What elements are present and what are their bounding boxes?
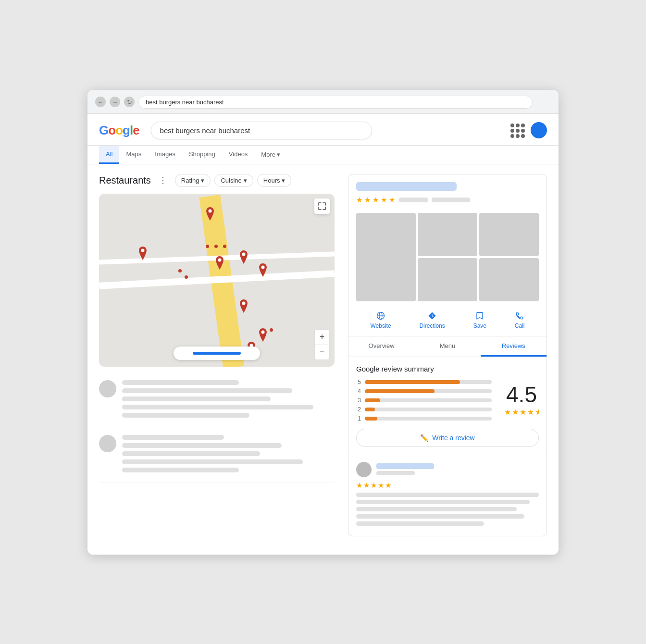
map-dot-1 — [206, 245, 209, 248]
back-button[interactable]: ← — [95, 97, 106, 107]
place-tabs: Overview Menu Reviews — [348, 336, 547, 357]
map-pin-6[interactable] — [238, 299, 249, 313]
star-1: ★ — [356, 196, 362, 204]
logo-letter-e: e — [133, 123, 139, 137]
skeleton-line — [122, 396, 271, 401]
apps-dot — [516, 124, 520, 127]
tab-shopping[interactable]: Shopping — [182, 146, 222, 164]
more-options-button[interactable]: ⋮ — [156, 174, 170, 186]
tab-videos[interactable]: Videos — [222, 146, 255, 164]
skeleton-line — [122, 459, 303, 464]
svg-point-4 — [261, 265, 265, 269]
bar-track-4 — [365, 389, 492, 393]
tab-menu[interactable]: Menu — [414, 336, 480, 357]
place-title-skeleton — [356, 182, 457, 191]
google-header: Google — [87, 114, 559, 146]
bar-fill-5 — [365, 380, 460, 384]
photo-large[interactable] — [356, 213, 416, 301]
place-stars: ★ ★ ★ ★ ★ — [356, 196, 539, 204]
restaurants-title: Restaurants — [99, 175, 151, 186]
map-pin-5[interactable] — [258, 263, 268, 277]
big-star-3: ★ — [520, 408, 526, 417]
browser-controls: ← → ↻ — [95, 96, 551, 109]
skeleton-line — [122, 451, 260, 456]
review-user-section: ★ ★ ★ ★ ★ — [348, 455, 547, 536]
place-header: ★ ★ ★ ★ ★ — [348, 174, 547, 213]
browser-content: Google All Maps — [87, 114, 559, 555]
photo-small-3[interactable] — [479, 258, 539, 301]
bar-track-1 — [365, 417, 492, 421]
map-pin-1[interactable] — [205, 207, 215, 221]
map-expand-button[interactable] — [314, 198, 330, 214]
map-pin-3[interactable] — [214, 256, 225, 270]
website-button[interactable]: Website — [370, 311, 391, 329]
browser-chrome: ← → ↻ — [87, 90, 559, 114]
list-item-avatar — [99, 380, 116, 397]
forward-button[interactable]: → — [110, 97, 120, 107]
apps-dot — [521, 129, 525, 133]
map-dot-5 — [185, 275, 188, 279]
zoom-out-button[interactable]: − — [314, 345, 330, 360]
photo-small-1[interactable] — [479, 213, 539, 256]
tab-all[interactable]: All — [99, 146, 119, 164]
apps-icon[interactable] — [510, 124, 524, 137]
write-review-label: Write a review — [432, 434, 474, 442]
browser-url-bar[interactable] — [138, 96, 533, 109]
skeleton-line — [122, 443, 282, 448]
chevron-down-icon: ▾ — [282, 177, 285, 184]
directions-button[interactable]: Directions — [419, 311, 445, 329]
map-pin-2[interactable] — [137, 247, 148, 260]
photo-grid — [356, 213, 539, 306]
tab-images[interactable]: Images — [148, 146, 182, 164]
tab-more[interactable]: More ▾ — [254, 146, 287, 163]
hours-filter[interactable]: Hours ▾ — [257, 174, 292, 187]
search-input[interactable] — [151, 122, 372, 139]
bar-fill-2 — [365, 408, 375, 411]
map-dot-6 — [270, 328, 273, 332]
apps-dot — [516, 129, 520, 133]
big-star-4: ★ — [527, 408, 534, 417]
apps-dot — [521, 134, 525, 138]
photo-mid[interactable] — [418, 213, 477, 256]
cuisine-filter[interactable]: Cuisine ▾ — [214, 174, 253, 187]
svg-point-6 — [261, 330, 265, 334]
bar-track-5 — [365, 380, 492, 384]
avatar[interactable] — [531, 122, 547, 138]
big-rating: 4.5 ★ ★ ★ ★ ★ — [504, 384, 539, 417]
map-pin-4[interactable] — [238, 250, 249, 264]
review-star-3: ★ — [371, 481, 377, 490]
photo-small-2[interactable] — [418, 258, 477, 301]
expand-icon — [318, 202, 326, 210]
save-button[interactable]: Save — [473, 311, 486, 329]
list-item[interactable] — [99, 428, 335, 483]
map-pin-7[interactable] — [258, 328, 268, 342]
browser-window: ← → ↻ Google — [87, 90, 559, 555]
zoom-in-button[interactable]: + — [314, 329, 330, 345]
save-label: Save — [473, 322, 486, 329]
skeleton-line — [122, 380, 239, 385]
call-button[interactable]: Call — [515, 311, 525, 329]
apps-dot — [510, 134, 514, 138]
tab-maps[interactable]: Maps — [119, 146, 148, 164]
bar-fill-1 — [365, 417, 377, 421]
pencil-icon: ✏️ — [420, 434, 428, 442]
map-dot-3 — [223, 245, 226, 248]
filter-buttons: Rating ▾ Cuisine ▾ Hours ▾ — [175, 174, 292, 187]
tab-reviews[interactable]: Reviews — [481, 336, 547, 357]
map-container[interactable]: + − — [99, 194, 335, 367]
write-review-button[interactable]: ✏️ Write a review — [356, 429, 539, 447]
skeleton-line — [122, 388, 292, 393]
rating-info-skeleton — [432, 198, 470, 202]
review-summary-content: 5 4 — [356, 379, 539, 422]
list-item[interactable] — [99, 373, 335, 428]
review-star-4: ★ — [378, 481, 384, 490]
save-icon — [475, 311, 484, 321]
skeleton-line — [122, 413, 249, 418]
star-2: ★ — [364, 196, 371, 204]
chevron-down-icon: ▾ — [277, 151, 280, 158]
rating-filter[interactable]: Rating ▾ — [175, 174, 211, 187]
nav-tabs: All Maps Images Shopping Videos More ▾ — [87, 146, 559, 164]
tab-overview[interactable]: Overview — [348, 336, 414, 357]
logo-letter-o2: o — [115, 123, 123, 137]
reload-button[interactable]: ↻ — [124, 97, 135, 107]
